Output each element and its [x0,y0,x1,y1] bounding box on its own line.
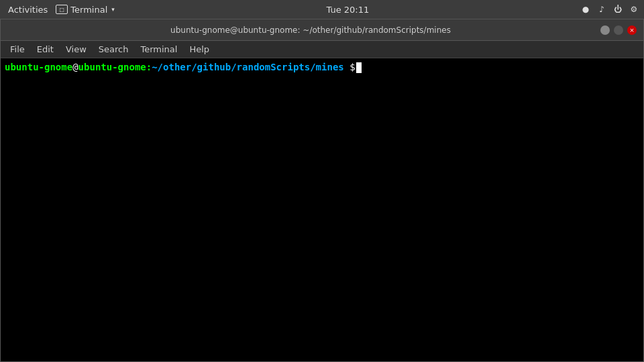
terminal-taskbar-chevron: ▾ [111,6,115,13]
terminal-taskbar-button[interactable]: □ Terminal ▾ [56,5,114,15]
window-controls: × [600,25,637,35]
prompt-colon: : [146,61,152,74]
speaker-icon[interactable]: ♪ [597,5,606,14]
activities-button[interactable]: Activities [5,5,50,15]
system-bar-right: ● ♪ ⏻ ⚙ [581,5,639,14]
prompt-path: ~/other/github/randomScripts/mines [152,61,344,74]
settings-icon[interactable]: ⚙ [629,5,639,14]
prompt-line: ubuntu-gnome @ ubuntu-gnome : ~/other/gi… [5,61,639,74]
system-bar: Activities □ Terminal ▾ Tue 20:11 ● ♪ ⏻ … [0,0,644,19]
close-icon: × [629,27,635,34]
system-bar-left: Activities □ Terminal ▾ [5,5,115,15]
window-title: ubuntu-gnome@ubuntu-gnome: ~/other/githu… [21,25,600,35]
menu-terminal[interactable]: Terminal [135,43,182,56]
menu-file[interactable]: File [5,43,30,56]
terminal-cursor [356,62,362,73]
menu-search[interactable]: Search [93,43,134,56]
power-icon[interactable]: ⏻ [613,5,623,14]
prompt-host: ubuntu-gnome [78,61,146,74]
terminal-window: ubuntu-gnome@ubuntu-gnome: ~/other/githu… [0,19,644,362]
title-bar: ubuntu-gnome@ubuntu-gnome: ~/other/githu… [1,19,643,41]
close-button[interactable]: × [627,25,637,35]
terminal-taskbar-label: Terminal [70,5,107,15]
menu-help[interactable]: Help [184,43,215,56]
terminal-content[interactable]: ubuntu-gnome @ ubuntu-gnome : ~/other/gi… [1,58,643,361]
prompt-dollar [344,61,350,74]
circle-indicator-icon: ● [581,5,590,14]
prompt-user: ubuntu-gnome [5,61,72,74]
terminal-taskbar-icon: □ [56,5,68,14]
prompt-dollar-sign: $ [350,61,355,74]
menu-edit[interactable]: Edit [32,43,59,56]
minimize-button[interactable] [600,25,610,35]
system-bar-clock: Tue 20:11 [326,5,369,15]
maximize-button[interactable] [614,25,623,35]
menu-view[interactable]: View [60,43,92,56]
prompt-at: @ [72,61,78,74]
menu-bar: File Edit View Search Terminal Help [1,41,643,58]
